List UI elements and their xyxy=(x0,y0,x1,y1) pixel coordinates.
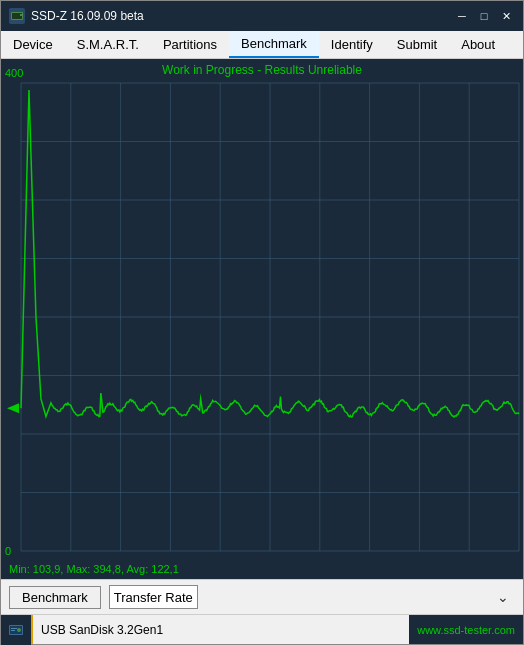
window-controls: ─ □ ✕ xyxy=(453,7,515,25)
chart-min-label: 0 xyxy=(5,545,11,557)
menu-bar: Device S.M.A.R.T. Partitions Benchmark I… xyxy=(1,31,523,59)
website-label: www.ssd-tester.com xyxy=(409,615,523,644)
transfer-rate-select[interactable]: Transfer Rate IOPS Latency xyxy=(109,585,198,609)
menu-partitions[interactable]: Partitions xyxy=(151,31,229,58)
menu-identify[interactable]: Identify xyxy=(319,31,385,58)
menu-submit[interactable]: Submit xyxy=(385,31,449,58)
menu-about[interactable]: About xyxy=(449,31,507,58)
maximize-button[interactable]: □ xyxy=(475,7,493,25)
benchmark-button[interactable]: Benchmark xyxy=(9,586,101,609)
title-bar: SSD-Z 16.09.09 beta ─ □ ✕ xyxy=(1,1,523,31)
svg-rect-9 xyxy=(11,630,15,631)
transfer-select-wrapper: Transfer Rate IOPS Latency xyxy=(109,585,515,609)
benchmark-chart-area: Work in Progress - Results Unreliable 40… xyxy=(1,59,523,579)
chart-stats: Min: 103,9, Max: 394,8, Avg: 122,1 xyxy=(9,563,179,575)
status-bar: USB SanDisk 3.2Gen1 www.ssd-tester.com xyxy=(1,614,523,644)
minimize-button[interactable]: ─ xyxy=(453,7,471,25)
chart-title: Work in Progress - Results Unreliable xyxy=(1,63,523,77)
menu-smart[interactable]: S.M.A.R.T. xyxy=(65,31,151,58)
menu-device[interactable]: Device xyxy=(1,31,65,58)
status-icon xyxy=(1,615,31,645)
svg-rect-8 xyxy=(11,628,17,629)
drive-name: USB SanDisk 3.2Gen1 xyxy=(31,615,409,644)
svg-rect-3 xyxy=(20,14,22,16)
app-icon xyxy=(9,8,25,24)
toolbar-row: Benchmark Transfer Rate IOPS Latency xyxy=(1,579,523,614)
window-title: SSD-Z 16.09.09 beta xyxy=(31,9,453,23)
benchmark-canvas xyxy=(1,59,523,579)
close-button[interactable]: ✕ xyxy=(497,7,515,25)
svg-point-7 xyxy=(17,628,21,632)
menu-benchmark[interactable]: Benchmark xyxy=(229,31,319,58)
main-window: SSD-Z 16.09.09 beta ─ □ ✕ Device S.M.A.R… xyxy=(0,0,524,645)
